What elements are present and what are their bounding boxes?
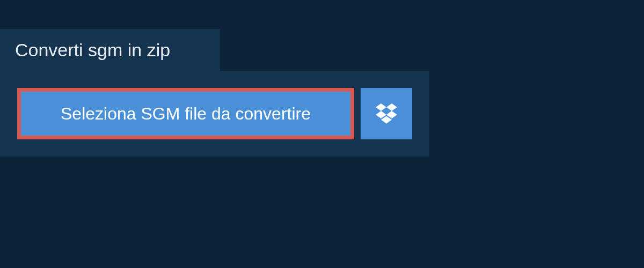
active-tab[interactable]: Converti sgm in zip (0, 29, 220, 71)
tab-title: Converti sgm in zip (15, 40, 170, 61)
dropbox-icon (376, 103, 397, 124)
upload-panel: Seleziona SGM file da convertire (0, 71, 429, 157)
dropbox-button[interactable] (361, 88, 412, 139)
select-file-button[interactable]: Seleziona SGM file da convertire (17, 88, 354, 139)
select-file-label: Seleziona SGM file da convertire (61, 104, 311, 124)
